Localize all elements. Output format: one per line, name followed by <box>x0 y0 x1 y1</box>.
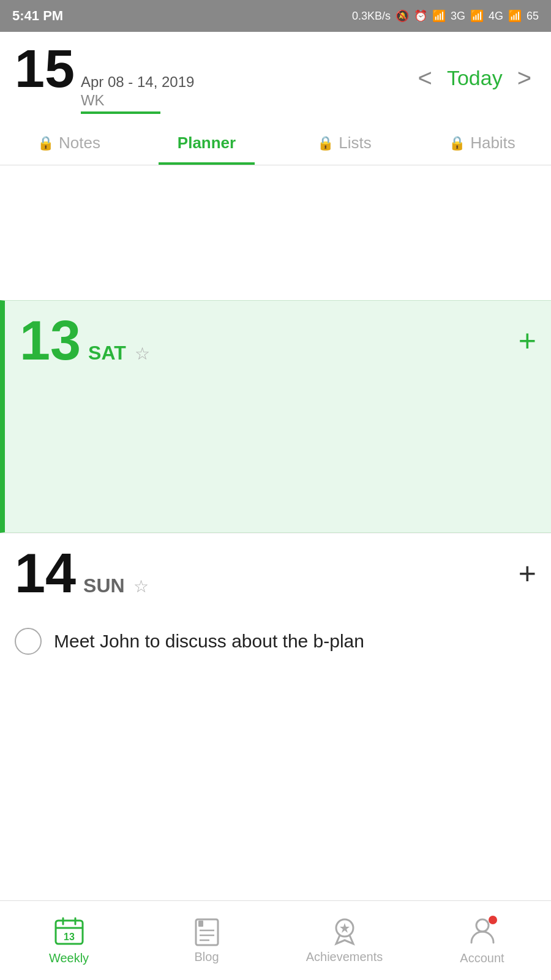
tab-lists-label: Lists <box>339 134 371 153</box>
saturday-name: SAT <box>88 342 126 364</box>
saturday-add-button[interactable]: + <box>519 325 536 356</box>
saturday-number: 13 <box>20 313 81 368</box>
account-notification-dot <box>489 916 497 924</box>
main-content: 13 SAT ☆ + 14 SUN ☆ + Meet John to discu… <box>0 165 551 678</box>
status-icons: 0.3KB/s 🔕 ⏰ 📶 3G 📶 4G 📶 65 <box>352 9 539 23</box>
tab-notes-label: Notes <box>59 134 100 153</box>
account-label: Account <box>460 951 504 965</box>
sunday-header: 14 SUN ☆ + <box>15 546 536 601</box>
lists-lock-icon: 🔒 <box>317 135 334 151</box>
battery-level: 65 <box>527 10 539 23</box>
week-details: Apr 08 - 14, 2019 WK <box>81 74 194 114</box>
sunday-task-list: Meet John to discuss about the b-plan <box>15 623 536 660</box>
network-speed: 0.3KB/s <box>352 10 391 23</box>
task-item: Meet John to discuss about the b-plan <box>15 623 536 660</box>
sunday-label-group: 14 SUN ☆ <box>15 546 149 601</box>
day-saturday-block: 13 SAT ☆ + <box>0 300 551 533</box>
week-underline <box>81 111 160 114</box>
weekly-icon: 13 <box>53 916 85 948</box>
network-type: 3G <box>451 10 465 23</box>
task-text: Meet John to discuss about the b-plan <box>54 631 364 652</box>
svg-point-12 <box>476 919 489 932</box>
habits-lock-icon: 🔒 <box>449 135 465 151</box>
tab-habits[interactable]: 🔒 Habits <box>413 121 551 165</box>
achievements-icon <box>330 917 359 946</box>
sunday-add-button[interactable]: + <box>519 558 536 589</box>
signal-icon: 📶 <box>432 9 446 23</box>
tab-planner[interactable]: Planner <box>138 121 276 165</box>
tab-notes[interactable]: 🔒 Notes <box>0 121 138 165</box>
notes-lock-icon: 🔒 <box>37 135 54 151</box>
wifi-icon: 📶 <box>508 9 522 23</box>
svg-rect-6 <box>198 921 203 927</box>
tab-habits-label: Habits <box>470 134 515 153</box>
svg-marker-11 <box>340 923 350 933</box>
next-week-button[interactable]: > <box>512 62 536 94</box>
tab-lists[interactable]: 🔒 Lists <box>276 121 413 165</box>
signal-4g-icon: 📶 <box>470 9 484 23</box>
tab-planner-label: Planner <box>178 134 236 153</box>
week-info: 15 Apr 08 - 14, 2019 WK <box>15 42 194 114</box>
blog-label: Blog <box>194 950 219 964</box>
svg-text:13: 13 <box>64 932 75 942</box>
empty-space <box>0 165 551 300</box>
week-label: WK <box>81 92 194 109</box>
prev-week-button[interactable]: < <box>413 62 437 94</box>
blog-icon <box>192 917 222 946</box>
week-number: 15 <box>15 42 75 96</box>
nav-controls: < Today > <box>413 62 536 94</box>
week-header: 15 Apr 08 - 14, 2019 WK < Today > <box>0 32 551 119</box>
status-bar: 5:41 PM 0.3KB/s 🔕 ⏰ 📶 3G 📶 4G 📶 65 <box>0 0 551 32</box>
achievements-label: Achievements <box>306 950 383 964</box>
task-checkbox[interactable] <box>15 628 42 655</box>
tab-bar: 🔒 Notes Planner 🔒 Lists 🔒 Habits <box>0 121 551 165</box>
saturday-star-icon: ☆ <box>135 344 150 364</box>
alarm-icon: ⏰ <box>414 9 427 23</box>
bottom-nav-blog[interactable]: Blog <box>138 901 276 980</box>
weekly-label: Weekly <box>49 951 89 965</box>
sunday-number: 14 <box>15 546 76 601</box>
bottom-nav-account[interactable]: Account <box>413 901 551 980</box>
bottom-nav-weekly[interactable]: 13 Weekly <box>0 901 138 980</box>
status-time: 5:41 PM <box>12 8 63 24</box>
mute-icon: 🔕 <box>395 9 409 23</box>
bottom-navigation: 13 Weekly Blog Achievements <box>0 900 551 980</box>
week-date: Apr 08 - 14, 2019 <box>81 74 194 91</box>
lte-label: 4G <box>489 10 503 23</box>
today-button[interactable]: Today <box>447 66 503 90</box>
sunday-star-icon: ☆ <box>133 576 149 597</box>
saturday-label-group: 13 SAT ☆ <box>20 313 150 368</box>
account-icon-wrapper <box>468 916 497 948</box>
day-sunday-block: 14 SUN ☆ + Meet John to discuss about th… <box>0 533 551 678</box>
bottom-nav-achievements[interactable]: Achievements <box>276 901 413 980</box>
sunday-name: SUN <box>83 575 125 597</box>
saturday-header: 13 SAT ☆ + <box>20 313 536 368</box>
